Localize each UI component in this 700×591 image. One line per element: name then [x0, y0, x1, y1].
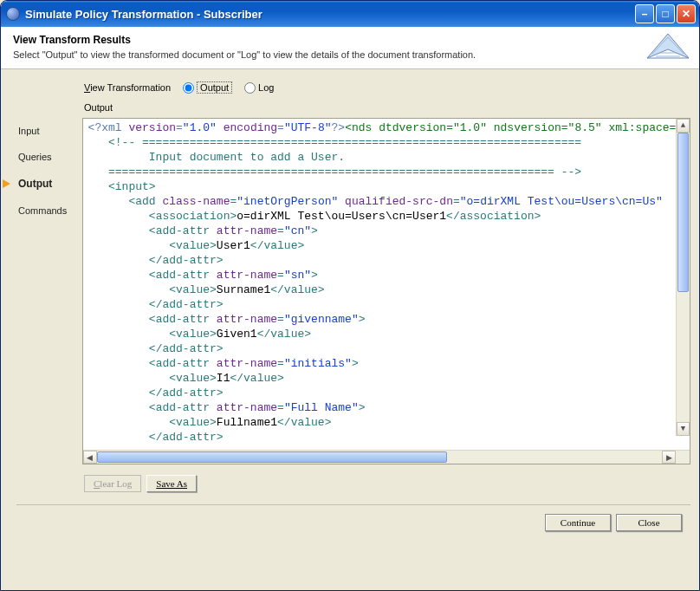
resize-grip-icon	[676, 451, 690, 464]
sidebar-item-commands[interactable]: Commands	[16, 198, 75, 224]
scroll-down-icon[interactable]: ▼	[677, 422, 690, 436]
horizontal-scrollbar[interactable]: ◀ ▶	[83, 450, 690, 464]
xml-viewer-wrap: <?xml version="1.0" encoding="UTF-8"?><n…	[82, 118, 690, 464]
continue-button[interactable]: Continue	[545, 514, 611, 531]
vertical-scrollbar[interactable]: ▲▼	[676, 119, 690, 436]
window-title: Simulate Policy Transformation - Subscri…	[25, 8, 635, 21]
radio-log[interactable]: Log	[244, 82, 274, 94]
clear-log-button: Clear Log	[84, 475, 141, 492]
eclipse-icon	[6, 7, 20, 21]
header-band: View Transform Results Select "Output" t…	[1, 27, 699, 69]
scroll-up-icon[interactable]: ▲	[677, 119, 690, 133]
sidebar-item-output[interactable]: Output	[16, 170, 75, 198]
hscroll-thumb[interactable]	[97, 451, 447, 463]
sidebar: Input Queries Output Commands	[16, 118, 75, 464]
maximize-button[interactable]: □	[656, 4, 675, 23]
body: View Transformation Output Log Output In…	[1, 69, 699, 590]
close-button[interactable]: Close	[616, 514, 682, 531]
footer: Continue Close	[16, 504, 690, 540]
output-subhead: Output	[84, 102, 690, 113]
action-button-row: Clear Log Save As	[84, 475, 690, 492]
page-title: View Transform Results	[13, 34, 687, 46]
window-buttons: – □ ✕	[635, 4, 696, 23]
scroll-left-icon[interactable]: ◀	[83, 451, 97, 464]
close-window-button[interactable]: ✕	[677, 4, 696, 23]
radio-log-label: Log	[258, 82, 274, 93]
xml-viewer[interactable]: <?xml version="1.0" encoding="UTF-8"?><n…	[83, 119, 690, 450]
save-as-button[interactable]: Save As	[146, 475, 197, 492]
sidebar-item-input[interactable]: Input	[16, 118, 75, 144]
scroll-right-icon[interactable]: ▶	[662, 451, 676, 464]
radio-output-label: Output	[197, 81, 232, 94]
view-transformation-row: View Transformation Output Log	[84, 81, 690, 94]
radio-output[interactable]: Output	[183, 81, 232, 94]
titlebar[interactable]: Simulate Policy Transformation - Subscri…	[1, 1, 699, 27]
header-decor-icon	[644, 30, 692, 74]
minimize-button[interactable]: –	[635, 4, 654, 23]
window-frame: Simulate Policy Transformation - Subscri…	[0, 0, 700, 591]
main-row: Input Queries Output Commands <?xml vers…	[16, 118, 690, 464]
sidebar-item-queries[interactable]: Queries	[16, 144, 75, 170]
page-subtitle: Select "Output" to view the transformed …	[13, 49, 687, 60]
view-transformation-label: View Transformation	[84, 82, 171, 93]
vscroll-thumb[interactable]	[677, 133, 689, 292]
